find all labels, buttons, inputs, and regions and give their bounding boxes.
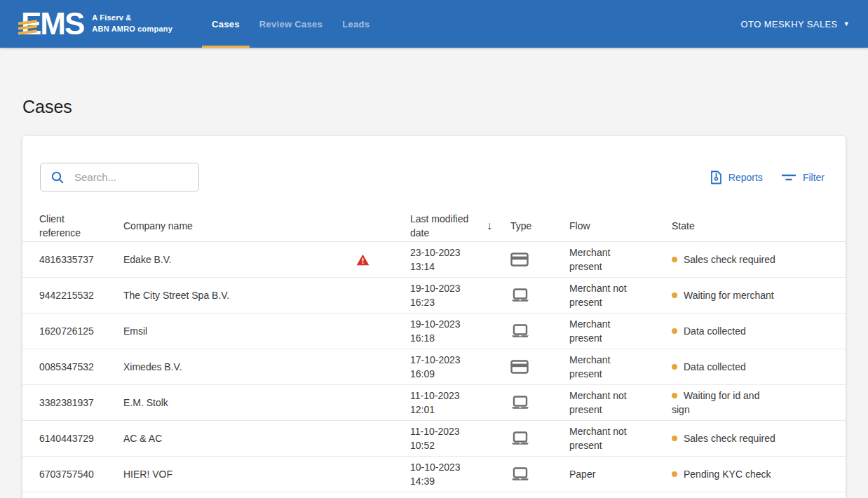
reports-label: Reports: [728, 172, 763, 183]
client-reference-cell: 9442215532: [39, 288, 123, 302]
column-header-last-modified[interactable]: Last modified date ↓: [410, 212, 506, 240]
sort-descending-icon[interactable]: ↓: [487, 219, 492, 233]
table-row[interactable]: 9442215532 The City Street Spa B.V. 19-1…: [22, 278, 846, 314]
last-modified-time: 12:01: [410, 403, 460, 417]
last-modified-date: 19-10-2023: [410, 281, 461, 295]
state-label: Pending KYC check: [684, 469, 771, 480]
search-box[interactable]: [40, 163, 199, 191]
last-modified-time: 14:39: [410, 474, 461, 488]
type-cell: [506, 253, 569, 267]
client-reference-cell: 1620726125: [39, 324, 123, 338]
last-modified-date: 17-10-2023: [410, 353, 461, 367]
flow-cell: Merchant present: [569, 353, 672, 381]
table-row[interactable]: 3382381937 E.M. Stolk 11-10-2023 12:01: [22, 385, 846, 421]
company-tagline: A Fiserv & ABN AMRO company: [92, 13, 172, 35]
filter-icon: [781, 173, 796, 182]
company-name-cell: E.M. Stolk: [123, 396, 410, 410]
reports-file-icon: [710, 170, 722, 184]
type-cell: [506, 288, 569, 302]
laptop-icon: [510, 431, 530, 445]
company-name: The City Street Spa B.V.: [123, 288, 229, 302]
nav-tab-leads[interactable]: Leads: [332, 0, 379, 48]
laptop-icon: [510, 288, 530, 302]
table-body: 4816335737 Edake B.V. 23-10-2023 13:14: [22, 242, 846, 492]
nav-tab-review-cases[interactable]: Review Cases: [250, 0, 332, 48]
search-input[interactable]: [74, 171, 190, 183]
client-reference-cell: 0085347532: [39, 360, 123, 374]
company-name: Emsil: [123, 324, 147, 338]
last-modified-date: 11-10-2023: [410, 389, 460, 403]
state-label: Sales check required: [684, 254, 775, 265]
column-header-type[interactable]: Type: [506, 219, 569, 233]
last-modified-date: 19-10-2023: [410, 317, 461, 331]
ems-logo-stripes-icon: [18, 21, 37, 36]
cases-card: Reports Filter Client reference Company …: [22, 136, 846, 498]
status-dot: [672, 393, 677, 398]
state-cell: Sales check required: [672, 253, 829, 267]
app-header: EMS A Fiserv & ABN AMRO company Cases Re…: [0, 0, 868, 48]
table-row[interactable]: 6140443729 AC & AC 11-10-2023 10:52: [22, 421, 846, 457]
last-modified-cell: 11-10-2023 10:52: [410, 424, 506, 452]
filter-button[interactable]: Filter: [781, 172, 825, 183]
status-dot: [672, 257, 677, 262]
status-dot: [672, 328, 677, 334]
search-icon: [50, 170, 65, 184]
table-row[interactable]: 4816335737 Edake B.V. 23-10-2023 13:14: [22, 242, 846, 278]
company-name-cell: AC & AC: [123, 431, 410, 445]
last-modified-cell: 19-10-2023 16:18: [410, 317, 506, 345]
status-dot: [672, 471, 677, 477]
company-name: E.M. Stolk: [123, 396, 168, 410]
company-name: Ximedes B.V.: [123, 360, 182, 374]
client-reference-cell: 4816335737: [39, 253, 123, 267]
client-reference-cell: 6140443729: [39, 431, 123, 445]
company-name: Edake B.V.: [123, 253, 172, 267]
flow-cell: Merchant not present: [569, 281, 672, 309]
user-menu-label: OTO MESKHY SALES: [741, 19, 838, 29]
last-modified-time: 16:23: [410, 295, 461, 309]
laptop-icon: [510, 467, 530, 481]
last-modified-date: 23-10-2023: [410, 245, 461, 260]
reports-button[interactable]: Reports: [710, 170, 763, 184]
last-modified-date: 10-10-2023: [410, 460, 461, 474]
flow-cell: Merchant not present: [569, 389, 672, 417]
company-name-cell: The City Street Spa B.V.: [123, 288, 410, 302]
column-header-state[interactable]: State: [672, 219, 829, 233]
last-modified-time: 16:09: [410, 367, 461, 381]
type-cell: [506, 324, 569, 338]
chevron-down-icon: ▼: [843, 21, 850, 27]
company-name: AC & AC: [123, 431, 162, 445]
user-menu-dropdown[interactable]: OTO MESKHY SALES ▼: [741, 19, 850, 29]
card-machine-icon: [510, 360, 529, 374]
column-header-company-name[interactable]: Company name: [123, 219, 410, 233]
column-header-flow[interactable]: Flow: [569, 219, 672, 233]
last-modified-time: 10:52: [410, 438, 460, 452]
table-row[interactable]: 1620726125 Emsil 19-10-2023 16:18: [22, 314, 846, 349]
last-modified-cell: 17-10-2023 16:09: [410, 353, 506, 381]
last-modified-time: 16:18: [410, 331, 461, 345]
company-name-cell: Ximedes B.V.: [123, 360, 410, 374]
brand: EMS A Fiserv & ABN AMRO company: [0, 0, 172, 48]
page-title: Cases: [22, 97, 868, 117]
table-row[interactable]: 6703757540 HIER! VOF 10-10-2023 14:39: [22, 457, 846, 492]
flow-cell: Paper: [569, 467, 672, 481]
client-reference-cell: 3382381937: [39, 396, 123, 410]
client-reference-cell: 6703757540: [39, 467, 123, 481]
laptop-icon: [510, 324, 530, 338]
company-name-cell: HIER! VOF: [123, 467, 410, 481]
last-modified-cell: 23-10-2023 13:14: [410, 245, 506, 274]
table-header-row: Client reference Company name Last modif…: [22, 210, 846, 242]
filter-label: Filter: [803, 172, 825, 183]
status-dot: [672, 436, 677, 441]
nav-tab-cases[interactable]: Cases: [202, 0, 250, 48]
last-modified-cell: 19-10-2023 16:23: [410, 281, 506, 309]
state-cell: Data collected: [672, 324, 829, 338]
laptop-icon: [510, 396, 530, 410]
state-label: Sales check required: [684, 433, 775, 444]
state-cell: Pending KYC check: [672, 467, 829, 481]
state-label: Waiting for id and sign: [672, 390, 759, 415]
state-cell: Sales check required: [672, 431, 829, 445]
column-header-client-reference[interactable]: Client reference: [39, 212, 123, 240]
table-row[interactable]: 0085347532 Ximedes B.V. 17-10-2023 16:09: [22, 349, 846, 385]
type-cell: [506, 360, 569, 374]
state-label: Data collected: [684, 361, 746, 372]
